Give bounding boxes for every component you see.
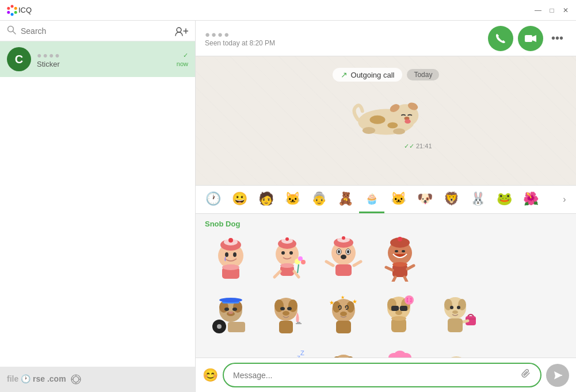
search-input[interactable]	[21, 26, 170, 36]
svg-rect-112	[400, 306, 407, 311]
sticker-tab-lion[interactable]: 🦁	[438, 186, 464, 213]
attach-button[interactable]	[521, 368, 531, 382]
chat-panel: ●●●● Seen today at 8:20 PM •••	[196, 21, 576, 392]
sticker-item[interactable]	[318, 233, 369, 285]
message-input-wrap	[223, 363, 541, 387]
svg-rect-107	[336, 321, 351, 333]
sticker-item[interactable]	[430, 345, 482, 358]
message-check-icon: ✓✓	[404, 143, 414, 149]
contact-name: ●●●●	[37, 51, 177, 60]
sticker-item[interactable]	[205, 289, 257, 341]
sticker-tab-cupcake[interactable]: 🧁	[359, 186, 384, 213]
maximize-button[interactable]: □	[547, 6, 556, 15]
svg-point-44	[289, 251, 293, 255]
sticker-item[interactable]	[430, 289, 482, 341]
sticker-tab-grandma[interactable]: 👵	[306, 186, 331, 213]
svg-line-75	[405, 277, 407, 282]
sticker-message: ✓✓ 21:41	[207, 87, 564, 150]
sticker-tab-next[interactable]: ›	[558, 186, 571, 213]
sticker-item[interactable]: ★ ★ ★	[318, 289, 369, 341]
message-input[interactable]	[233, 371, 521, 380]
svg-text:★: ★	[329, 299, 334, 306]
more-options-button[interactable]: •••	[548, 28, 567, 48]
sticker-tab-recent[interactable]: 🕐	[200, 186, 226, 213]
svg-line-73	[407, 266, 414, 269]
sticker-row-1	[205, 233, 567, 285]
svg-point-124	[452, 310, 458, 314]
svg-line-62	[326, 262, 333, 266]
svg-text:★: ★	[352, 298, 357, 305]
contact-meta: ✓ now	[177, 52, 188, 67]
close-button[interactable]: ✕	[561, 6, 570, 15]
today-badge: Today	[407, 69, 439, 80]
outgoing-call-pill: ↗ Outgoing call	[333, 68, 403, 82]
call-button[interactable]	[488, 26, 513, 51]
contact-time: now	[177, 60, 188, 67]
sticker-row-3: z z z	[205, 345, 567, 358]
emoji-button[interactable]: 😊	[203, 368, 218, 383]
sticker-tab-bunny[interactable]: 🐰	[465, 186, 490, 213]
sticker-tab-cat2[interactable]: 🐱	[386, 186, 411, 213]
add-contact-button[interactable]	[174, 26, 188, 36]
svg-point-68	[395, 250, 398, 252]
svg-rect-97	[297, 322, 300, 323]
app-logo	[6, 4, 18, 17]
sticker-row-2: ★ ★ ★	[205, 289, 567, 341]
send-button[interactable]	[546, 364, 569, 387]
sticker-tab-bear[interactable]: 🧸	[333, 186, 358, 213]
svg-point-29	[362, 127, 375, 134]
titlebar: ICQ — □ ✕	[0, 0, 576, 21]
sticker-item[interactable]: z z z	[261, 345, 313, 358]
svg-point-60	[347, 250, 349, 253]
svg-point-93	[283, 311, 289, 316]
sticker-item[interactable]	[261, 289, 313, 341]
svg-rect-111	[391, 306, 399, 311]
svg-point-71	[392, 262, 407, 267]
svg-line-72	[386, 267, 392, 270]
sticker-tab-flower[interactable]: 🌺	[518, 186, 543, 213]
svg-line-51	[274, 271, 280, 277]
svg-rect-128	[448, 318, 463, 332]
message-check: ✓	[183, 52, 188, 59]
sticker-tab-people[interactable]: 🧑	[253, 186, 279, 213]
search-bar	[0, 21, 195, 41]
svg-point-50	[280, 263, 294, 268]
sticker-section-label: Snob Dog	[205, 220, 567, 228]
svg-point-36	[233, 252, 236, 257]
svg-point-43	[281, 251, 285, 255]
sticker-tab-dog-eyes[interactable]: 🐶	[412, 186, 437, 213]
svg-rect-64	[335, 264, 352, 276]
svg-point-92	[287, 307, 292, 310]
svg-line-63	[354, 262, 361, 266]
sticker-item[interactable]	[318, 345, 369, 358]
sticker-item[interactable]	[374, 233, 426, 285]
svg-point-2	[14, 7, 17, 10]
svg-text:★: ★	[341, 295, 345, 300]
sticker-item[interactable]	[261, 233, 313, 285]
minimize-button[interactable]: —	[533, 6, 543, 15]
svg-point-79	[224, 308, 229, 311]
svg-point-118	[391, 316, 406, 321]
sticker-image	[340, 87, 432, 139]
contact-list: C ●●●● Sticker ✓ now	[0, 41, 195, 367]
svg-rect-99	[279, 321, 293, 333]
sticker-item[interactable]	[205, 233, 257, 285]
sticker-item[interactable]	[205, 345, 257, 358]
sticker-tab-cat[interactable]: 🐱	[280, 186, 305, 213]
sticker-tab-emoji[interactable]: 😀	[227, 186, 252, 213]
svg-point-91	[280, 307, 285, 310]
avatar: C	[7, 47, 31, 71]
svg-point-3	[14, 11, 17, 14]
chat-contact-name: ●●●●	[205, 29, 488, 39]
svg-point-26	[405, 120, 411, 124]
call-arrow-icon: ↗	[341, 70, 348, 79]
svg-point-115	[407, 298, 411, 302]
sticker-tab-frog[interactable]: 🐸	[491, 186, 517, 213]
svg-point-10	[177, 28, 181, 32]
sticker-item[interactable]	[374, 345, 426, 358]
contact-item[interactable]: C ●●●● Sticker ✓ now	[0, 41, 195, 77]
video-call-button[interactable]	[518, 26, 543, 51]
svg-point-122	[450, 306, 453, 309]
sticker-item[interactable]	[374, 289, 426, 341]
svg-point-123	[457, 306, 460, 309]
